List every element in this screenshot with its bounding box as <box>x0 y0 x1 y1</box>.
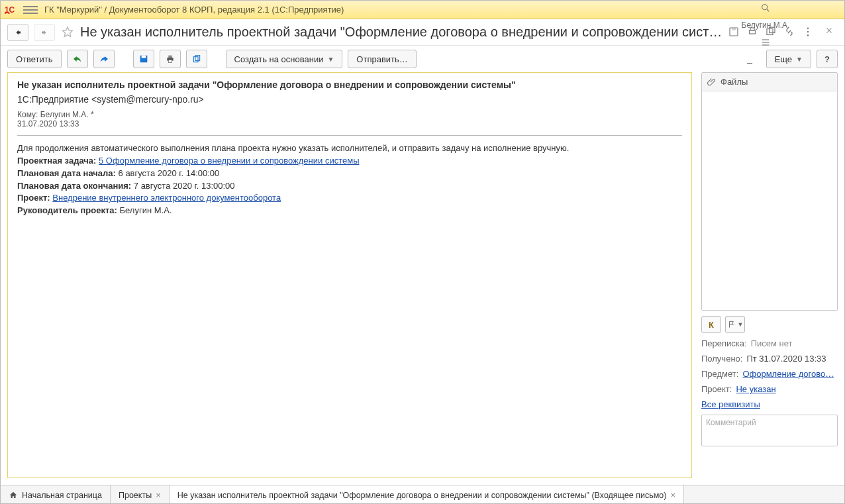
caret-down-icon: ▼ <box>327 56 334 63</box>
svg-rect-19 <box>195 56 200 61</box>
side-panel: Файлы К ▼ Переписка:Писем нет Получено:П… <box>699 72 844 485</box>
svg-rect-9 <box>770 27 775 32</box>
start-label: Плановая дата начала: <box>17 168 116 178</box>
close-icon[interactable]: × <box>670 490 675 500</box>
forward-button[interactable] <box>93 50 115 68</box>
thread-value: Писем нет <box>751 338 793 348</box>
tab-current[interactable]: Не указан исполнитель проектной задачи "… <box>170 485 684 504</box>
titlebar: 1С ГК "Меркурий" / Документооборот 8 КОР… <box>1 1 844 19</box>
mail-content: Не указан исполнитель проектной задачи "… <box>7 72 692 478</box>
svg-rect-5 <box>732 28 736 30</box>
start-value: 6 августа 2020 г. 14:00:00 <box>119 168 220 178</box>
subject-link[interactable]: Оформление догово… <box>742 369 834 379</box>
svg-point-10 <box>807 27 809 28</box>
files-panel: Файлы <box>701 72 838 311</box>
svg-rect-17 <box>168 60 172 62</box>
mail-to: Кому: Белугин М.А. * <box>17 110 682 119</box>
side-project-row: Проект:Не указан <box>701 384 838 394</box>
tab-projects[interactable]: Проекты × <box>111 485 170 504</box>
more-label: Еще <box>775 54 792 64</box>
svg-point-12 <box>807 34 809 36</box>
flag-button[interactable]: ▼ <box>725 316 745 333</box>
all-props-link[interactable]: Все реквизиты <box>701 399 760 409</box>
save-button[interactable] <box>133 50 154 68</box>
received-value: Пт 31.07.2020 13:33 <box>746 354 826 364</box>
mail-date: 31.07.2020 13:33 <box>17 119 682 128</box>
svg-rect-6 <box>750 30 756 33</box>
mail-pane: Не указан исполнитель проектной задачи "… <box>1 72 699 485</box>
more-vert-icon[interactable] <box>802 26 815 39</box>
tab-home[interactable]: Начальная страница <box>1 485 111 504</box>
mail-from: 1С:Предприятие <system@mercury-npo.ru> <box>17 94 682 105</box>
send-button[interactable]: Отправить… <box>348 50 416 68</box>
tab-current-label: Не указан исполнитель проектной задачи "… <box>177 491 667 500</box>
paperclip-icon <box>707 77 717 87</box>
search-icon[interactable] <box>760 2 771 14</box>
project-label: Проект: <box>17 193 50 203</box>
project-link[interactable]: Внедрение внутреннего электронного докум… <box>52 193 281 203</box>
side-project-link[interactable]: Не указан <box>736 384 775 394</box>
received-row: Получено:Пт 31.07.2020 13:33 <box>701 354 838 364</box>
menu-icon[interactable] <box>23 3 38 17</box>
new-window-icon[interactable] <box>765 26 778 39</box>
tab-projects-label: Проекты <box>119 491 152 500</box>
thread-row: Переписка:Писем нет <box>701 338 838 348</box>
comment-box[interactable]: Комментарий <box>701 415 838 446</box>
copy-button[interactable] <box>186 50 207 68</box>
svg-point-11 <box>807 30 809 32</box>
mail-subject: Не указан исполнитель проектной задачи "… <box>17 79 682 90</box>
reply-all-button[interactable] <box>67 50 88 68</box>
help-button[interactable]: ? <box>817 50 838 68</box>
svg-rect-18 <box>193 57 198 62</box>
main-area: Не указан исполнитель проектной задачи "… <box>1 72 844 485</box>
files-header[interactable]: Файлы <box>702 73 837 91</box>
files-label: Файлы <box>721 77 748 87</box>
close-tab-icon[interactable] <box>824 26 838 39</box>
mail-body: Для продолжения автоматического выполнен… <box>17 142 682 217</box>
print-button[interactable] <box>160 50 181 68</box>
tab-home-label: Начальная страница <box>22 491 102 500</box>
nav-forward-button <box>34 24 55 41</box>
window-title: ГК "Меркурий" / Документооборот 8 КОРП, … <box>44 5 695 15</box>
reply-button[interactable]: Ответить <box>7 50 62 68</box>
app-logo-icon: 1С <box>5 4 19 16</box>
link-icon[interactable] <box>783 26 797 39</box>
nav-back-button[interactable] <box>7 24 28 41</box>
minimize-icon[interactable] <box>744 55 756 67</box>
page-title: Не указан исполнитель проектной задачи "… <box>80 25 722 40</box>
subject-row: Предмет:Оформление догово… <box>701 369 838 379</box>
create-based-on-button[interactable]: Создать на основании▼ <box>226 50 343 68</box>
end-value: 7 августа 2020 г. 13:00:00 <box>134 181 235 191</box>
manager-value: Белугин М.А. <box>120 205 172 215</box>
svg-rect-16 <box>168 56 172 58</box>
end-label: Плановая дата окончания: <box>17 181 131 191</box>
svg-rect-14 <box>141 56 146 58</box>
svg-point-2 <box>762 4 768 9</box>
more-button[interactable]: Еще▼ <box>766 50 811 68</box>
caret-down-icon: ▼ <box>796 56 803 63</box>
home-icon <box>9 491 18 500</box>
body-intro: Для продолжения автоматического выполнен… <box>17 142 682 155</box>
print-page-icon[interactable] <box>746 26 760 39</box>
svg-rect-7 <box>750 28 754 30</box>
svg-rect-8 <box>767 28 773 34</box>
k-button[interactable]: К <box>701 316 721 333</box>
favorite-star-icon[interactable] <box>60 25 75 40</box>
create-based-label: Создать на основании <box>234 54 324 64</box>
save-page-icon[interactable] <box>728 26 741 39</box>
bottom-tabs: Начальная страница Проекты × Не указан и… <box>1 485 844 504</box>
close-icon[interactable]: × <box>156 490 161 500</box>
task-label: Проектная задача: <box>17 156 96 166</box>
manager-label: Руководитель проекта: <box>17 205 117 215</box>
task-link[interactable]: 5 Оформление договора о внедрении и сопр… <box>99 156 359 166</box>
files-body <box>702 91 837 310</box>
